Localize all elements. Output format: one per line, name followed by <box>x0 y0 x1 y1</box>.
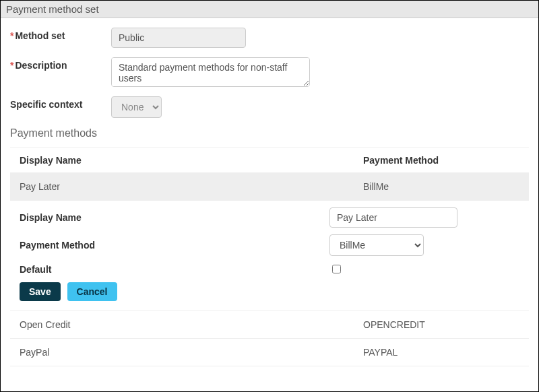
methods-area: Display Name Payment Method Pay Later Bi… <box>1 148 538 366</box>
edit-actions: Save Cancel <box>20 282 519 301</box>
header-payment-method: Payment Method <box>363 155 519 166</box>
row-payment-method: PAYPAL <box>363 347 519 358</box>
payment-methods-heading: Payment methods <box>1 127 538 139</box>
edit-display-name-label: Display Name <box>20 212 329 223</box>
method-set-label-text: Method set <box>15 30 65 41</box>
edit-block: Display Name Payment Method BillMe Defau… <box>10 201 529 311</box>
edit-payment-method-label: Payment Method <box>20 240 329 251</box>
description-label: *Description <box>10 57 111 71</box>
method-set-row: *Method set <box>10 28 529 48</box>
cancel-button[interactable]: Cancel <box>67 282 117 301</box>
specific-context-row: Specific context None <box>10 96 529 118</box>
row-display-name: Pay Later <box>20 181 363 192</box>
description-row: *Description Standard payment methods fo… <box>10 57 529 87</box>
required-star: * <box>10 60 13 71</box>
table-row[interactable]: PayPal PAYPAL <box>10 339 529 366</box>
edit-default-label: Default <box>20 264 329 275</box>
form-area: *Method set *Description Standard paymen… <box>1 18 538 118</box>
description-label-text: Description <box>15 60 67 71</box>
row-payment-method: OPENCREDIT <box>363 319 519 330</box>
method-set-input[interactable] <box>111 28 246 48</box>
edit-default-checkbox[interactable] <box>332 265 341 273</box>
panel-title: Payment method set <box>1 1 538 18</box>
row-display-name: PayPal <box>20 347 363 358</box>
table-row[interactable]: Open Credit OPENCREDIT <box>10 311 529 339</box>
edit-payment-method-row: Payment Method BillMe <box>20 234 519 256</box>
header-display-name: Display Name <box>20 155 363 166</box>
edit-default-row: Default <box>20 263 519 275</box>
specific-context-label: Specific context <box>10 96 111 110</box>
table-row[interactable]: Pay Later BillMe <box>10 173 529 201</box>
save-button[interactable]: Save <box>20 282 61 301</box>
row-payment-method: BillMe <box>363 181 519 192</box>
required-star: * <box>10 30 13 41</box>
table-header: Display Name Payment Method <box>10 148 529 173</box>
edit-display-name-row: Display Name <box>20 207 519 228</box>
edit-payment-method-select[interactable]: BillMe <box>329 234 424 256</box>
method-set-label: *Method set <box>10 28 111 41</box>
description-textarea[interactable]: Standard payment methods for non-staff u… <box>111 57 310 87</box>
edit-display-name-input[interactable] <box>329 207 457 228</box>
row-display-name: Open Credit <box>20 319 363 330</box>
specific-context-select[interactable]: None <box>111 96 162 118</box>
